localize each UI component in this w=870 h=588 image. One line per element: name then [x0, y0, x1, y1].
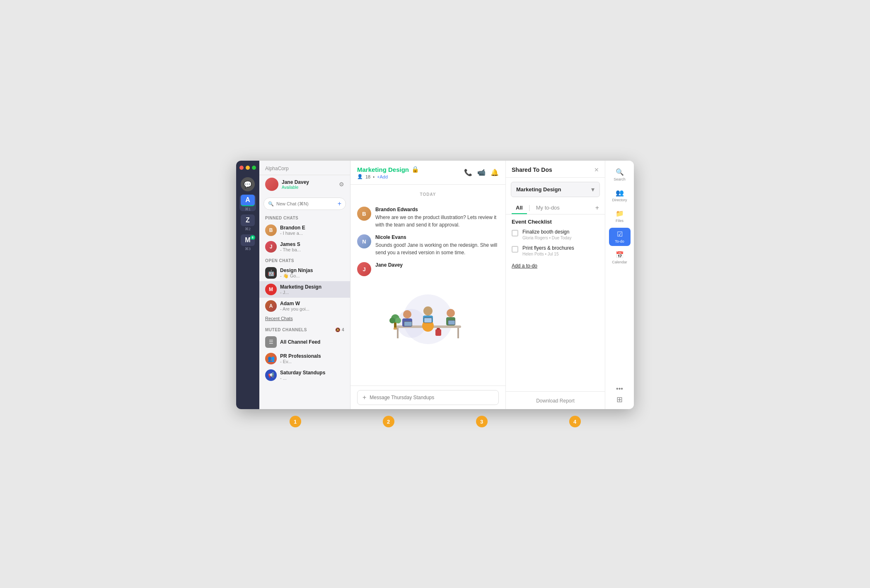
design-ninjas-name: Design Ninjas: [280, 267, 344, 273]
adam-avatar: A: [265, 300, 277, 312]
add-tab-icon[interactable]: +: [595, 204, 599, 212]
todo-meta-1: Gloria Rogers • Due Today: [522, 236, 599, 240]
search-bar[interactable]: 🔍 +: [263, 198, 346, 210]
workspace-M-label: ⌘3: [245, 247, 251, 251]
search-icon: 🔍: [268, 201, 274, 207]
add-attachment-icon[interactable]: +: [362, 394, 366, 401]
todos-tabs: All | My to-dos +: [506, 201, 605, 214]
svg-rect-19: [437, 328, 440, 330]
workspace-M-badge: 8: [250, 235, 255, 240]
search-input[interactable]: [276, 201, 335, 206]
svg-point-5: [403, 310, 411, 318]
todos-dropdown-label: Marketing Design: [516, 186, 561, 193]
tab-my-todos[interactable]: My to-dos: [532, 201, 564, 214]
new-chat-button[interactable]: +: [338, 200, 341, 207]
chat-item-pr-professionals[interactable]: 👥 PR Professionals - Ev...: [259, 350, 350, 367]
tab-all[interactable]: All: [512, 201, 527, 214]
maximize-dot[interactable]: [252, 166, 256, 170]
todos-panel: Shared To Dos ✕ Marketing Design ▾ All |…: [505, 161, 605, 409]
chat-title-area: Marketing Design 🔒 👤 18 • +Add: [357, 166, 419, 179]
right-bar-calendar[interactable]: 📅 Calendar: [609, 248, 631, 267]
svg-point-23: [395, 318, 401, 323]
illustration-area: [357, 282, 499, 348]
workspace-Z[interactable]: Z ⌘2: [239, 214, 256, 231]
search-label: Search: [614, 177, 626, 181]
workspace-A[interactable]: A ⌘1: [239, 195, 256, 211]
add-member-link[interactable]: +Add: [377, 174, 388, 179]
number-badge-4: 4: [569, 416, 581, 427]
pr-professionals-text: PR Professionals - Ev...: [280, 353, 344, 364]
todo-item-flyers: Print flyers & brochures Helen Potts • J…: [512, 245, 599, 256]
nicole-msg-name: Nicole Evans: [375, 234, 499, 240]
all-channel-name: All Channel Feed: [280, 339, 344, 345]
download-report-link[interactable]: Download Report: [536, 398, 575, 404]
chat-title: Marketing Design 🔒: [357, 166, 419, 173]
adam-chat-text: Adam W - Are you goi...: [280, 301, 344, 311]
notification-icon[interactable]: 🔔: [491, 169, 499, 176]
nicole-msg-content: Nicole Evans Sounds good! Jane is workin…: [375, 234, 499, 256]
settings-icon[interactable]: ⚙: [339, 181, 344, 188]
saturday-standups-preview: - ...: [280, 376, 344, 381]
chat-item-saturday-standups[interactable]: 📢 Saturday Standups - ...: [259, 367, 350, 383]
todos-title: Shared To Dos: [512, 166, 552, 173]
chat-item-all-channel[interactable]: ☰ All Channel Feed: [259, 334, 350, 350]
sidebar: AlphaCorp Jane Davey Available ⚙ 🔍 + PIN…: [259, 161, 350, 409]
user-info: Jane Davey Available: [282, 179, 336, 190]
brandon-msg-avatar: B: [357, 207, 371, 221]
phone-icon[interactable]: 📞: [464, 169, 472, 176]
james-chat-text: James S - The ba...: [280, 241, 344, 252]
svg-rect-3: [397, 328, 399, 338]
chat-item-adam[interactable]: A Adam W - Are you goi...: [259, 298, 350, 314]
todo-text-area-2: Print flyers & brochures Helen Potts • J…: [522, 245, 599, 256]
calendar-label: Calendar: [612, 260, 627, 264]
chevron-down-icon: ▾: [591, 186, 594, 193]
workspace-M[interactable]: M 8 ⌘3: [239, 234, 256, 251]
message-input-box[interactable]: +: [357, 390, 499, 405]
grid-icon[interactable]: ⊞: [616, 395, 623, 404]
minimize-dot[interactable]: [246, 166, 250, 170]
right-bar-search[interactable]: 🔍 Search: [609, 166, 631, 184]
brandon-chat-text: Brandon E - I have a...: [280, 225, 344, 236]
todo-checkbox-2[interactable]: [512, 246, 518, 253]
svg-rect-4: [457, 328, 459, 338]
date-divider: TODAY: [357, 188, 499, 201]
right-bar-todo[interactable]: ☑ To-do: [609, 228, 631, 246]
all-channel-icon: ☰: [265, 336, 277, 348]
chat-item-marketing-design[interactable]: M Marketing Design - J...: [259, 281, 350, 298]
right-bar-directory[interactable]: 👥 Directory: [609, 186, 631, 205]
todo-item-booth-design: Finalize booth design Gloria Rogers • Du…: [512, 229, 599, 240]
chat-item-brandon[interactable]: B Brandon E - I have a...: [259, 222, 350, 239]
todo-label: To-do: [615, 239, 624, 243]
svg-point-14: [447, 309, 455, 317]
todo-checkbox-1[interactable]: [512, 230, 518, 236]
traffic-lights: [239, 166, 256, 170]
todos-content: Event Checklist Finalize booth design Gl…: [506, 214, 605, 391]
message-nicole: N Nicole Evans Sounds good! Jane is work…: [357, 234, 499, 256]
open-chats-label: OPEN CHATS: [259, 255, 350, 265]
chat-meta: 👤 18 • +Add: [357, 174, 419, 179]
todo-title-2: Print flyers & brochures: [522, 245, 599, 251]
todos-section-title: Event Checklist: [512, 219, 599, 225]
add-todo-link[interactable]: Add a to-do: [512, 263, 537, 269]
message-input[interactable]: [370, 395, 493, 400]
chat-title-text: Marketing Design: [357, 166, 409, 173]
svg-point-22: [389, 318, 395, 323]
user-status: Available: [282, 185, 336, 190]
right-bar-files[interactable]: 📁 Files: [609, 207, 631, 225]
chat-item-james[interactable]: J James S - The ba...: [259, 239, 350, 255]
recent-chats-link[interactable]: Recent Chats: [259, 314, 350, 324]
video-icon[interactable]: 📹: [477, 169, 486, 176]
todos-dropdown[interactable]: Marketing Design ▾: [511, 182, 600, 197]
todos-close-button[interactable]: ✕: [594, 166, 599, 173]
james-name: James S: [280, 241, 344, 247]
brandon-msg-text: Where are we on the product illustration…: [375, 214, 499, 229]
svg-rect-13: [424, 318, 432, 323]
close-dot[interactable]: [239, 166, 244, 170]
brandon-avatar: B: [265, 224, 277, 236]
more-options-icon[interactable]: •••: [616, 385, 623, 393]
chat-item-design-ninjas[interactable]: 🤖 Design Ninjas - 👋 Go...: [259, 265, 350, 281]
number-badge-3: 3: [476, 416, 488, 427]
svg-rect-18: [435, 329, 441, 336]
design-ninjas-preview: - 👋 Go...: [280, 273, 344, 279]
files-label: Files: [616, 219, 624, 223]
